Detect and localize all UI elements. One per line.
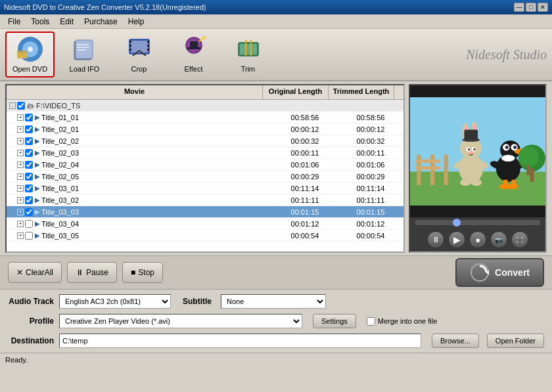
table-row[interactable]: + ▶ Title_03_04 00:01:12 00:01:12: [7, 218, 403, 230]
expand-icon[interactable]: +: [17, 114, 24, 121]
maximize-button[interactable]: □: [526, 3, 536, 12]
expand-icon[interactable]: +: [17, 232, 24, 239]
expand-icon[interactable]: +: [17, 173, 24, 180]
row-checkbox[interactable]: [25, 173, 33, 181]
root-folder-name: - 🗁 F:\VIDEO_TS: [7, 100, 272, 111]
open-folder-button[interactable]: Open Folder: [487, 334, 544, 348]
destination-input[interactable]: [59, 334, 421, 348]
table-row[interactable]: + ▶ Title_03_05 00:00:54 00:00:54: [7, 230, 403, 242]
seek-thumb[interactable]: [453, 219, 461, 227]
expand-icon[interactable]: +: [17, 162, 24, 168]
menu-file[interactable]: File: [3, 16, 26, 28]
settings-button[interactable]: Settings: [313, 314, 356, 328]
merge-checkbox[interactable]: [367, 317, 375, 326]
svg-rect-15: [129, 45, 131, 47]
table-row[interactable]: + ▶ Title_02_01 00:00:12 00:00:12: [7, 123, 403, 135]
pause-button[interactable]: ⏸ Pause: [67, 262, 117, 283]
svg-rect-28: [240, 44, 257, 54]
row-checkbox[interactable]: [25, 196, 33, 204]
svg-point-47: [468, 148, 470, 150]
expand-icon[interactable]: +: [17, 150, 24, 156]
profile-select[interactable]: Creative Zen Player Video (*.avi): [59, 314, 302, 328]
nidesoft-logo: Nidesoft Studio: [466, 47, 547, 62]
table-row[interactable]: + ▶ Title_02_03 00:00:11 00:00:11: [7, 147, 403, 159]
expand-icon[interactable]: +: [17, 209, 24, 215]
minimize-button[interactable]: —: [514, 3, 524, 12]
svg-rect-10: [77, 47, 89, 48]
snapshot-button[interactable]: 📷: [490, 231, 507, 248]
expand-icon[interactable]: +: [17, 221, 24, 227]
menu-tools[interactable]: Tools: [26, 16, 55, 28]
seek-bar-row: [410, 217, 545, 228]
close-button[interactable]: ✕: [538, 3, 548, 12]
clear-icon: ✕: [16, 268, 23, 277]
expand-icon[interactable]: +: [17, 138, 24, 144]
row-checkbox[interactable]: [25, 232, 33, 240]
menu-help[interactable]: Help: [123, 16, 150, 28]
menu-edit[interactable]: Edit: [55, 16, 79, 28]
crop-button[interactable]: Crop: [114, 32, 164, 77]
svg-rect-9: [77, 44, 89, 45]
svg-rect-16: [129, 49, 131, 51]
seek-bar[interactable]: [415, 220, 540, 225]
clear-all-button[interactable]: ✕ ClearAll: [8, 262, 62, 283]
table-row[interactable]: + ▶ Title_03_03 00:01:15 00:01:15: [7, 206, 403, 218]
root-checkbox[interactable]: [17, 102, 25, 110]
expand-icon[interactable]: +: [17, 185, 24, 192]
table-row[interactable]: + ▶ Title_02_02 00:00:32 00:00:32: [7, 135, 403, 147]
row-checkbox[interactable]: [25, 220, 33, 228]
audio-track-select[interactable]: English AC3 2ch (0x81): [59, 294, 171, 309]
file-panel: Movie Original Length Trimmed Length - 🗁…: [5, 84, 405, 253]
expand-icon[interactable]: +: [17, 126, 24, 133]
row-checkbox[interactable]: [25, 149, 33, 157]
collapse-icon[interactable]: -: [9, 102, 16, 109]
trim-button[interactable]: Trim: [223, 32, 273, 77]
svg-rect-23: [190, 41, 198, 48]
open-dvd-label: Open DVD: [12, 65, 47, 73]
load-ifo-button[interactable]: Load IFO: [60, 32, 109, 77]
svg-rect-18: [147, 45, 149, 47]
stop-icon: ■: [131, 268, 135, 277]
svg-rect-72: [530, 168, 534, 182]
file-list[interactable]: - 🗁 F:\VIDEO_TS + ▶ Title_01_01 00:58:56…: [7, 100, 403, 251]
table-row[interactable]: + ▶ Title_02_04 00:01:06 00:01:06: [7, 159, 403, 171]
row-checkbox[interactable]: [25, 161, 33, 169]
open-dvd-button[interactable]: Open DVD: [5, 32, 55, 77]
audio-subtitle-row: Audio Track English AC3 2ch (0x81) Subti…: [8, 294, 544, 309]
table-row[interactable]: + ▶ Title_02_05 00:00:29 00:00:29: [7, 171, 403, 183]
video-preview: [410, 85, 545, 217]
play-pause-button[interactable]: ⏸: [427, 231, 444, 248]
expand-icon[interactable]: +: [17, 197, 24, 204]
svg-point-68: [507, 184, 518, 189]
svg-rect-17: [147, 41, 149, 43]
subtitle-select[interactable]: None: [221, 294, 326, 309]
row-checkbox[interactable]: [25, 125, 33, 133]
row-checkbox[interactable]: [25, 137, 33, 145]
row-checkbox[interactable]: [25, 208, 33, 216]
svg-rect-74: [526, 165, 530, 175]
svg-rect-38: [415, 160, 440, 163]
window-controls: — □ ✕: [514, 3, 548, 12]
open-dvd-icon: [17, 36, 43, 62]
svg-rect-37: [444, 155, 448, 185]
browse-button[interactable]: Browse...: [432, 334, 479, 348]
svg-rect-19: [147, 49, 149, 51]
row-checkbox[interactable]: [25, 185, 33, 192]
convert-button[interactable]: Convert: [455, 258, 544, 287]
table-row[interactable]: + ▶ Title_03_02 00:11:11 00:11:11: [7, 194, 403, 206]
stop-preview-button[interactable]: ■: [469, 231, 486, 248]
table-row[interactable]: + ▶ Title_01_01 00:58:56 00:58:56: [7, 112, 403, 123]
menu-purchase[interactable]: Purchase: [79, 16, 123, 28]
effect-button[interactable]: Effect: [169, 32, 218, 77]
row-checkbox[interactable]: [25, 114, 33, 121]
destination-row: Destination Browse... Open Folder: [8, 333, 544, 349]
stop-button[interactable]: ■ Stop: [122, 262, 163, 283]
svg-point-26: [203, 36, 206, 39]
subtitle-label: Subtitle: [183, 297, 212, 306]
table-row[interactable]: + ▶ Title_03_01 00:11:14 00:11:14: [7, 183, 403, 194]
play-button[interactable]: ▶: [448, 231, 465, 248]
fullscreen-button[interactable]: ⛶: [511, 231, 528, 248]
root-folder-row[interactable]: - 🗁 F:\VIDEO_TS: [7, 100, 403, 112]
merge-label[interactable]: Merge into one file: [367, 317, 438, 326]
window-title: Nidesoft DVD to Creative Zen Converter V…: [4, 3, 206, 11]
